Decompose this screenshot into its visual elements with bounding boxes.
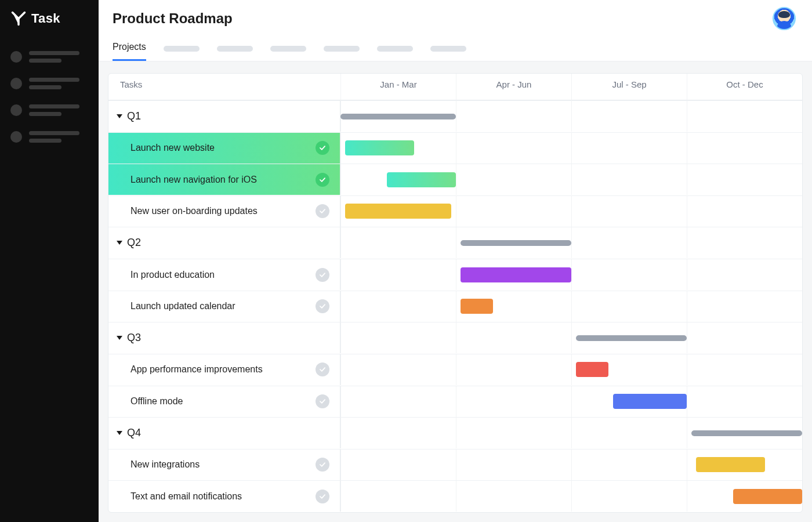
task-row-label[interactable]: Launch new website [108, 132, 340, 164]
group-summary-cell [340, 417, 802, 448]
tab-projects[interactable]: Projects [113, 35, 146, 61]
sidebar: Task [0, 0, 99, 522]
tab-placeholder[interactable] [164, 46, 200, 52]
check-icon [316, 204, 329, 218]
period-header: Oct - Dec [687, 74, 802, 100]
caret-down-icon [117, 431, 122, 435]
group-header[interactable]: Q1 [108, 100, 340, 132]
check-icon [316, 268, 329, 282]
topbar: Product Roadmap [99, 0, 812, 35]
task-bar[interactable] [461, 299, 493, 314]
brand-name: Task [31, 11, 60, 26]
group-name: Q4 [127, 427, 141, 439]
brand: Task [0, 3, 99, 37]
gantt-grid: Tasks Jan - MarApr - JunJul - SepOct - D… [108, 74, 802, 512]
group-name: Q3 [127, 332, 141, 344]
nav-placeholder[interactable] [10, 104, 88, 116]
caret-down-icon [117, 241, 122, 245]
task-row-label[interactable]: Text and email notifications [108, 480, 340, 512]
period-header: Jan - Mar [340, 74, 456, 100]
task-row-label[interactable]: Launch new navigation for iOS [108, 164, 340, 195]
task-bar[interactable] [461, 267, 571, 282]
nav-placeholder[interactable] [10, 51, 88, 63]
task-name: Text and email notifications [130, 491, 242, 502]
tab-placeholder[interactable] [324, 46, 360, 52]
group-name: Q1 [127, 110, 141, 122]
tab-placeholder[interactable] [377, 46, 413, 52]
task-row-label[interactable]: In product education [108, 259, 340, 290]
tab-placeholder[interactable] [270, 46, 306, 52]
group-header[interactable]: Q4 [108, 417, 340, 448]
group-header[interactable]: Q3 [108, 322, 340, 353]
task-name: Launch updated calendar [130, 301, 235, 311]
task-row-label[interactable]: New integrations [108, 449, 340, 480]
nav-placeholder[interactable] [10, 131, 88, 143]
summary-bar[interactable] [461, 240, 571, 246]
task-bar[interactable] [345, 140, 414, 155]
check-icon [316, 490, 329, 503]
check-done-icon [316, 173, 329, 187]
task-timeline-cell [340, 132, 802, 164]
group-header[interactable]: Q2 [108, 227, 340, 258]
task-bar[interactable] [733, 489, 802, 504]
summary-bar[interactable] [691, 430, 802, 436]
task-bar[interactable] [576, 362, 608, 377]
task-row-label[interactable]: New user on-boarding updates [108, 195, 340, 227]
check-icon [316, 394, 329, 408]
tab-placeholder[interactable] [430, 46, 466, 52]
period-header: Jul - Sep [571, 74, 687, 100]
roadmap-board: Tasks Jan - MarApr - JunJul - SepOct - D… [108, 73, 803, 513]
task-name: In product education [130, 270, 215, 280]
task-timeline-cell [340, 259, 802, 290]
task-bar[interactable] [613, 394, 687, 409]
nav-placeholder[interactable] [10, 78, 88, 89]
tabs: Projects [99, 35, 812, 61]
task-bar[interactable] [387, 172, 456, 187]
caret-down-icon [117, 114, 122, 118]
group-name: Q2 [127, 237, 141, 249]
task-name: App performance improvements [130, 364, 263, 375]
avatar[interactable] [773, 7, 796, 30]
gantt-rows: Q1Launch new website Launch new navigati… [108, 100, 802, 512]
logo-icon [10, 10, 27, 27]
caret-down-icon [117, 336, 122, 340]
sidebar-nav [0, 37, 99, 157]
tasks-column-header: Tasks [108, 74, 340, 100]
task-bar[interactable] [345, 204, 451, 219]
check-icon [316, 299, 329, 313]
task-timeline-cell [340, 354, 802, 385]
summary-bar[interactable] [576, 335, 687, 341]
group-summary-cell [340, 322, 802, 353]
check-done-icon [316, 141, 329, 155]
task-timeline-cell [340, 480, 802, 512]
task-name: Launch new website [130, 143, 215, 153]
tab-placeholder[interactable] [217, 46, 253, 52]
task-bar[interactable] [696, 457, 765, 472]
task-row-label[interactable]: Launch updated calendar [108, 291, 340, 322]
task-timeline-cell [340, 386, 802, 417]
page-title: Product Roadmap [113, 10, 233, 27]
group-summary-cell [340, 100, 802, 132]
task-row-label[interactable]: Offline mode [108, 386, 340, 417]
task-name: Launch new navigation for iOS [130, 175, 257, 185]
group-summary-cell [340, 227, 802, 258]
task-timeline-cell [340, 195, 802, 227]
task-name: New user on-boarding updates [130, 206, 258, 216]
period-header: Apr - Jun [456, 74, 571, 100]
summary-bar[interactable] [340, 114, 456, 119]
task-timeline-cell [340, 449, 802, 480]
task-name: New integrations [130, 459, 200, 470]
task-timeline-cell [340, 164, 802, 195]
main: Product Roadmap Projects Tasks Jan - Mar… [99, 0, 812, 522]
check-icon [316, 362, 329, 376]
check-icon [316, 458, 329, 472]
task-timeline-cell [340, 291, 802, 322]
task-row-label[interactable]: App performance improvements [108, 354, 340, 385]
task-name: Offline mode [130, 396, 183, 407]
app-root: Task Product Roadmap [0, 0, 812, 522]
board-wrap: Tasks Jan - MarApr - JunJul - SepOct - D… [99, 61, 812, 522]
